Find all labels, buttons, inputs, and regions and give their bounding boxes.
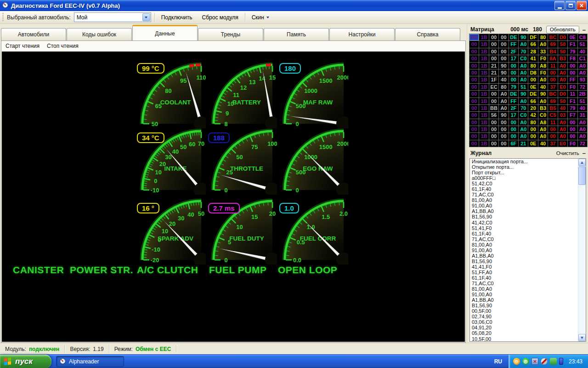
matrix-cell[interactable]: 1B [479, 126, 488, 132]
matrix-cell[interactable]: A0 [519, 63, 528, 69]
matrix-cell[interactable]: 1B [479, 98, 488, 104]
matrix-cell[interactable]: 1F [489, 76, 498, 83]
matrix-cell[interactable]: C5 [548, 112, 557, 118]
matrix-cell[interactable]: 11 [568, 91, 577, 97]
matrix-cell[interactable]: 40 [538, 140, 548, 147]
matrix-cell[interactable]: 1B [479, 119, 488, 126]
matrix-cell[interactable]: 00 [548, 133, 557, 139]
matrix-cell[interactable]: 00 [499, 34, 508, 40]
language-indicator[interactable]: RU [494, 358, 502, 365]
matrix-cell[interactable]: EC [489, 84, 498, 90]
matrix-cell[interactable]: 00 [469, 98, 479, 104]
matrix-cell[interactable]: 90 [519, 91, 528, 97]
matrix-cell[interactable]: 17 [509, 55, 518, 62]
toolbar-grip[interactable] [2, 13, 4, 22]
matrix-cell[interactable]: F0 [568, 140, 577, 147]
matrix-cell[interactable]: A0 [519, 126, 528, 132]
matrix-cell[interactable]: 00 [499, 119, 508, 126]
removable-device-icon[interactable] [550, 358, 557, 365]
vehicle-select[interactable]: Мой [74, 12, 151, 22]
matrix-cell[interactable]: 2B [578, 91, 587, 97]
tab-cars[interactable]: Автомобили [1, 28, 66, 40]
matrix-cell[interactable]: 72 [578, 140, 587, 147]
matrix-cell[interactable]: 40 [499, 76, 508, 83]
matrix-cell[interactable]: 42 [528, 112, 537, 118]
tab-settings[interactable]: Настройки [329, 28, 395, 40]
matrix-cell[interactable]: 51 [578, 98, 587, 104]
matrix-cell[interactable]: A0 [499, 105, 508, 111]
scrollbar-thumb[interactable] [578, 167, 586, 185]
matrix-cell[interactable]: 00 [469, 41, 479, 47]
matrix-cell[interactable]: 00 [469, 69, 479, 76]
connect-button[interactable]: Подключить [158, 13, 196, 22]
matrix-cell[interactable]: 00 [469, 140, 479, 147]
matrix-cell[interactable]: 70 [519, 105, 528, 111]
matrix-cell[interactable]: 6F [509, 140, 518, 147]
matrix-cell[interactable]: 69 [548, 41, 557, 47]
matrix-cell[interactable]: 40 [578, 48, 587, 55]
matrix-cell[interactable]: 21 [489, 69, 498, 76]
matrix-cell[interactable]: A0 [538, 76, 548, 83]
matrix-cell[interactable]: A0 [519, 69, 528, 76]
matrix-cell[interactable]: C8 [578, 34, 587, 40]
matrix-cell[interactable]: 50 [558, 48, 567, 55]
matrix-cell[interactable]: 00 [489, 119, 498, 126]
tab-data[interactable]: Данные [132, 25, 198, 40]
matrix-cell[interactable]: A0 [538, 133, 548, 139]
matrix-cell[interactable]: 1B [479, 133, 488, 139]
matrix-cell[interactable]: 00 [489, 133, 498, 139]
matrix-cell[interactable]: 70 [519, 48, 528, 55]
matrix-cell[interactable]: 66 [528, 98, 537, 104]
start-reading-button[interactable]: Старт чтения [6, 43, 40, 49]
matrix-cell[interactable]: 00 [509, 133, 518, 139]
matrix-cell[interactable]: 1B [479, 69, 488, 76]
matrix-cell[interactable]: A0 [519, 119, 528, 126]
matrix-cell[interactable]: DE [509, 34, 518, 40]
matrix-cell[interactable]: B4 [548, 48, 557, 55]
matrix-cell[interactable]: 00 [528, 133, 537, 139]
matrix-cell[interactable]: DF [528, 34, 537, 40]
matrix-cell[interactable]: A0 [558, 69, 567, 76]
matrix-cell[interactable]: C0 [519, 112, 528, 118]
scroll-up-icon[interactable] [578, 159, 586, 166]
matrix-cell[interactable]: A0 [538, 126, 548, 132]
matrix-cell[interactable]: 00 [509, 119, 518, 126]
battery-icon[interactable] [559, 358, 563, 365]
matrix-cell[interactable]: A0 [519, 133, 528, 139]
matrix-cell[interactable]: 90 [519, 34, 528, 40]
matrix-cell[interactable]: 1B [479, 48, 488, 55]
matrix-cell[interactable]: 0E [528, 140, 537, 147]
matrix-cell[interactable]: BC [548, 34, 557, 40]
matrix-cell[interactable]: 0E [528, 84, 537, 90]
matrix-cell[interactable]: 1B [479, 84, 488, 90]
matrix-cell[interactable]: E0 [558, 140, 567, 147]
matrix-cell[interactable]: 00 [528, 126, 537, 132]
matrix-cell[interactable]: 37 [548, 84, 557, 90]
matrix-cell[interactable]: 51 [578, 41, 587, 47]
matrix-cell[interactable]: B3 [538, 105, 548, 111]
matrix-cell[interactable]: F0 [538, 69, 548, 76]
matrix-cell[interactable]: F0 [568, 84, 577, 90]
matrix-cell[interactable]: A0 [558, 119, 567, 126]
matrix-cell[interactable]: 00 [489, 140, 498, 147]
matrix-cell[interactable]: BB [489, 105, 498, 111]
matrix-cell[interactable]: F8 [568, 55, 577, 62]
matrix-cell[interactable]: A0 [578, 126, 587, 132]
matrix-collapse-button[interactable]: – [582, 27, 586, 33]
matrix-cell[interactable]: 37 [548, 140, 557, 147]
maximize-button[interactable] [565, 1, 576, 10]
matrix-cell[interactable]: 00 [528, 76, 537, 83]
matrix-cell[interactable]: 79 [509, 84, 518, 90]
matrix-cell[interactable]: 80 [538, 34, 548, 40]
matrix-cell[interactable]: DE [528, 91, 537, 97]
matrix-cell[interactable]: 41 [528, 55, 537, 62]
start-button[interactable]: пуск [0, 355, 51, 368]
matrix-cell[interactable]: 00 [489, 34, 498, 40]
matrix-cell[interactable]: 00 [499, 140, 508, 147]
matrix-cell[interactable]: D0 [558, 34, 567, 40]
matrix-cell[interactable]: 11 [548, 119, 557, 126]
matrix-cell[interactable]: A0 [519, 98, 528, 104]
matrix-cell[interactable]: C0 [538, 112, 548, 118]
matrix-cell[interactable]: 00 [469, 76, 479, 83]
matrix-cell[interactable]: 31 [578, 112, 587, 118]
